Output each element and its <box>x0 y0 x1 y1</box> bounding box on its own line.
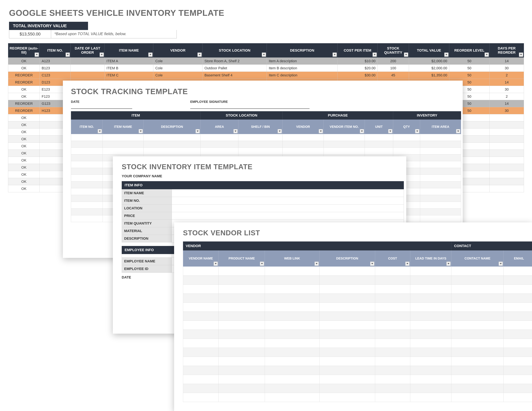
cell[interactable]: 30 <box>490 65 524 72</box>
cell[interactable] <box>420 188 461 195</box>
cell[interactable] <box>265 357 320 366</box>
cell[interactable] <box>319 384 375 393</box>
cell[interactable] <box>323 141 365 148</box>
cell[interactable] <box>238 134 283 141</box>
val-location[interactable] <box>172 205 404 212</box>
cell[interactable] <box>319 294 375 303</box>
tcol-vendor-item-no[interactable]: VENDOR ITEM NO. <box>323 120 365 134</box>
cell[interactable] <box>410 348 451 357</box>
cell[interactable] <box>319 330 375 339</box>
cell[interactable] <box>71 188 103 195</box>
cell[interactable] <box>319 393 375 402</box>
cell[interactable] <box>265 375 320 384</box>
cell[interactable] <box>451 339 504 348</box>
cell[interactable] <box>71 175 103 181</box>
cell[interactable] <box>365 141 393 148</box>
filter-icon[interactable] <box>233 129 238 133</box>
cell[interactable] <box>70 57 104 65</box>
cell[interactable] <box>265 321 320 330</box>
cell[interactable] <box>375 357 410 366</box>
cell[interactable] <box>265 366 320 375</box>
cell[interactable] <box>393 134 420 141</box>
cell[interactable] <box>218 393 265 402</box>
cell[interactable]: OK <box>8 164 40 171</box>
cell[interactable] <box>490 121 524 129</box>
cell[interactable] <box>319 321 375 330</box>
cell[interactable] <box>420 148 461 154</box>
filter-icon[interactable] <box>214 262 218 266</box>
filter-icon[interactable] <box>314 262 319 266</box>
vcol-product-name[interactable]: PRODUCT NAME <box>218 251 265 267</box>
cell[interactable] <box>71 209 103 215</box>
filter-icon[interactable] <box>456 129 460 133</box>
cell[interactable]: ITEM A <box>104 57 153 65</box>
cell[interactable] <box>319 357 375 366</box>
cell[interactable] <box>218 348 265 357</box>
cell[interactable] <box>143 134 200 141</box>
cell[interactable] <box>420 195 461 202</box>
cell[interactable] <box>218 357 265 366</box>
cell[interactable] <box>420 161 461 168</box>
cell[interactable] <box>375 303 410 312</box>
cell[interactable] <box>410 321 451 330</box>
cell[interactable] <box>265 312 320 321</box>
val-item-no[interactable] <box>172 197 404 205</box>
vcol-cost[interactable]: COST <box>375 251 410 267</box>
cell[interactable] <box>183 339 218 348</box>
table-row[interactable]: REORDERC123ITEM CColeBasement Shelf 4Ite… <box>8 72 524 79</box>
col-reorder-level[interactable]: REORDER LEVEL <box>449 43 489 57</box>
cell[interactable] <box>451 276 504 285</box>
col-qty[interactable]: STOCK QUANTITY <box>378 43 409 57</box>
cell[interactable]: OK <box>8 114 40 121</box>
filter-icon[interactable] <box>415 129 419 133</box>
tcol-vendor[interactable]: VENDOR <box>283 120 323 134</box>
cell[interactable] <box>183 348 218 357</box>
filter-icon[interactable] <box>360 129 364 133</box>
cell[interactable] <box>490 143 524 150</box>
cell[interactable] <box>375 366 410 375</box>
cell[interactable] <box>218 384 265 393</box>
cell[interactable]: 2 <box>490 72 524 79</box>
cell[interactable]: B123 <box>40 65 70 72</box>
filter-icon[interactable] <box>388 129 392 133</box>
vcol-web-link[interactable]: WEB LINK <box>265 251 320 267</box>
cell[interactable] <box>451 267 504 276</box>
table-row[interactable] <box>183 348 532 357</box>
table-row[interactable] <box>183 384 532 393</box>
tcol-desc[interactable]: DESCRIPTION <box>143 120 200 134</box>
cell[interactable]: $2,000.00 <box>409 57 449 65</box>
cell[interactable] <box>183 357 218 366</box>
filter-icon[interactable] <box>446 262 451 266</box>
cell[interactable] <box>375 375 410 384</box>
filter-icon[interactable] <box>262 53 266 57</box>
cell[interactable] <box>375 321 410 330</box>
cell[interactable] <box>183 303 218 312</box>
cell[interactable] <box>410 303 451 312</box>
col-location[interactable]: STOCK LOCATION <box>202 43 267 57</box>
cell[interactable]: A123 <box>40 57 70 65</box>
cell[interactable] <box>71 195 103 202</box>
cell[interactable] <box>70 72 104 79</box>
cell[interactable] <box>410 357 451 366</box>
cell[interactable] <box>504 366 532 375</box>
cell[interactable] <box>218 312 265 321</box>
col-total[interactable]: TOTAL VALUE <box>409 43 449 57</box>
cell[interactable] <box>71 134 103 141</box>
col-cost[interactable]: COST PER ITEM <box>338 43 378 57</box>
cell[interactable] <box>319 276 375 285</box>
cell[interactable] <box>319 339 375 348</box>
cell[interactable] <box>218 285 265 294</box>
cell[interactable] <box>490 178 524 185</box>
cell[interactable]: OK <box>8 157 40 164</box>
table-row[interactable] <box>183 276 532 285</box>
cell[interactable] <box>420 181 461 188</box>
filter-icon[interactable] <box>332 53 337 57</box>
cell[interactable]: OK <box>8 171 40 178</box>
cell[interactable] <box>265 294 320 303</box>
cell[interactable] <box>451 375 504 384</box>
cell[interactable] <box>504 285 532 294</box>
table-row[interactable] <box>71 141 461 148</box>
cell[interactable] <box>265 339 320 348</box>
cell[interactable] <box>420 175 461 181</box>
cell[interactable] <box>490 114 524 121</box>
